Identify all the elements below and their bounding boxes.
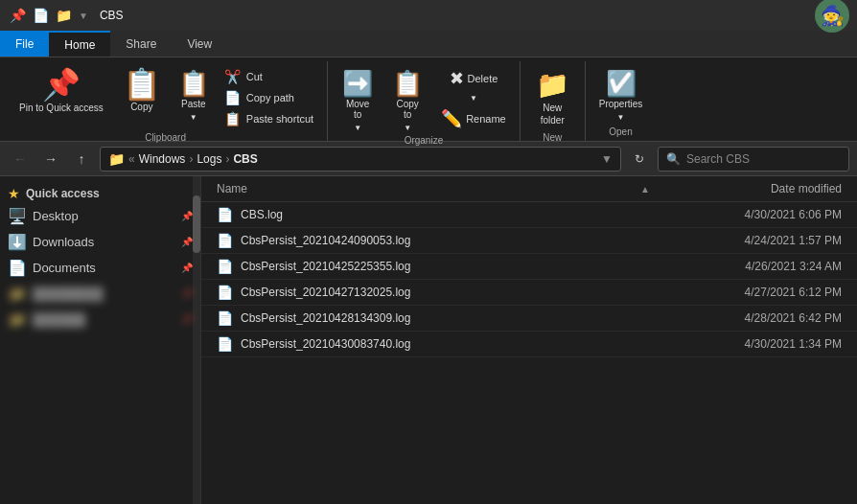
file-name: CbsPersist_20210430083740.log [241,337,650,351]
path-windows[interactable]: Windows [139,152,186,166]
copy-to-dropdown[interactable]: ▼ [385,123,429,133]
file-list: Name ▲ Date modified 📄 CBS.log 4/30/2021… [201,176,857,504]
paste-shortcut-icon: 📋 [224,111,241,126]
file-name: CbsPersist_20210427132025.log [241,286,650,299]
move-to-top[interactable]: ➡️ Move to [336,65,380,122]
search-icon: 🔍 [666,152,681,166]
sidebar-item-blurred2[interactable]: 📁 ██████ 📌 [0,307,200,332]
col-date-header[interactable]: Date modified [650,182,842,195]
organize-group: ➡️ Move to ▼ 📋 Copy to ▼ ✖ [328,61,521,141]
new-folder-icon: 📁 [536,69,569,101]
organize-buttons: ➡️ Move to ▼ 📋 Copy to ▼ ✖ [336,61,512,133]
title-bar: 📌 📄 📁 ▼ CBS 🧙 [0,0,857,31]
file-date: 4/27/2021 6:12 PM [650,286,842,299]
paste-shortcut-button[interactable]: 📋 Paste shortcut [219,109,319,128]
address-path[interactable]: 📁 « Windows › Logs › CBS ▼ [100,147,621,172]
documents-icon: 📄 [8,259,27,277]
table-row[interactable]: 📄 CbsPersist_20210428134309.log 4/28/202… [201,306,857,332]
properties-dropdown[interactable]: ▼ [593,112,649,123]
file-name: CbsPersist_20210425225355.log [241,260,650,273]
file-icon: 📄 [217,310,233,326]
file-name: CBS.log [241,208,650,221]
sidebar-item-blurred[interactable]: 📁 ████████ 📌 [0,281,200,307]
forward-button[interactable]: → [38,147,63,172]
user-avatar: 🧙 [815,0,849,33]
tab-share[interactable]: Share [110,31,172,57]
star-icon: ★ [8,186,20,201]
open-group: ☑️ Properties ▼ Open [586,61,657,141]
pin-icon-blurred2: 📌 [181,314,193,325]
paste-top[interactable]: 📋 Paste [173,65,215,111]
file-name: CbsPersist_20210428134309.log [241,311,650,325]
file-icon: 📄 [217,207,233,222]
sidebar-item-downloads[interactable]: ⬇️ Downloads 📌 [0,229,200,255]
table-row[interactable]: 📄 CBS.log 4/30/2021 6:06 PM [201,202,857,228]
copy-path-button[interactable]: 📄 Copy path [219,88,319,107]
move-to-button[interactable]: ➡️ Move to ▼ [336,65,380,133]
paste-button[interactable]: 📋 Paste ▼ [173,65,215,123]
ribbon: 📌 Pin to Quick access 📋 Copy 📋 Paste ▼ ✂… [0,57,857,142]
clipboard-label: Clipboard [145,130,186,147]
delete-top[interactable]: ✖ Delete [444,65,504,92]
path-folder-icon: 📁 [108,151,125,167]
copy-to-top[interactable]: 📋 Copy to [385,65,429,122]
file-date: 4/26/2021 3:24 AM [650,260,842,273]
col-name-header[interactable]: Name [217,182,637,195]
dropdown-arrow[interactable]: ▼ [79,11,88,21]
file-name: CbsPersist_20210424090053.log [241,234,650,247]
delete-icon: ✖ [450,68,464,89]
window-title: CBS [100,9,124,22]
rename-button[interactable]: ✏️ Rename [435,105,512,132]
tab-view[interactable]: View [172,31,227,57]
sidebar-item-documents[interactable]: 📄 Documents 📌 [0,255,200,281]
blurred-icon: 📁 [8,285,27,303]
new-buttons: 📁 New folder [528,61,577,130]
sidebar: ★ Quick access 🖥️ Desktop 📌 ⬇️ Downloads… [0,176,201,504]
rename-icon: ✏️ [441,108,462,129]
path-cbs[interactable]: CBS [233,152,257,166]
move-to-dropdown[interactable]: ▼ [336,123,380,133]
file-icon: 📄 [217,285,233,300]
blurred-icon2: 📁 [8,310,27,329]
back-button: ← [8,147,33,172]
refresh-button[interactable]: ↻ [627,147,652,172]
table-row[interactable]: 📄 CbsPersist_20210430083740.log 4/30/202… [201,332,857,357]
organize-label: Organize [405,133,444,149]
sort-icon: ▲ [640,184,650,195]
delete-dropdown[interactable]: ▼ [444,93,504,103]
delete-rename-group: ✖ Delete ▼ ✏️ Rename [435,65,512,132]
pin-icon: 📌 [42,69,81,100]
sidebar-item-desktop[interactable]: 🖥️ Desktop 📌 [0,203,200,229]
copy-icon: 📋 [123,69,161,100]
file-date: 4/30/2021 1:34 PM [650,337,842,351]
paste-dropdown[interactable]: ▼ [173,112,215,123]
properties-top[interactable]: ☑️ Properties [593,65,649,111]
pin-to-quick-access-button[interactable]: 📌 Pin to Quick access [12,65,111,130]
path-logs[interactable]: Logs [197,152,221,166]
tab-file[interactable]: File [0,31,49,57]
cut-copy-paste-group: ✂️ Cut 📄 Copy path 📋 Paste shortcut [219,65,319,128]
copy-to-icon: 📋 [392,69,423,99]
up-button[interactable]: ↑ [69,147,94,172]
downloads-icon: ⬇️ [8,233,27,251]
new-group: 📁 New folder New [521,61,586,141]
pin-icon-documents: 📌 [181,263,193,273]
pin-icon: 📌 [181,211,193,221]
copy-to-button[interactable]: 📋 Copy to ▼ [385,65,429,133]
new-folder-button[interactable]: 📁 New folder [528,65,577,130]
file-date: 4/30/2021 6:06 PM [650,208,842,221]
new-doc-icon: 📄 [31,6,50,25]
open-buttons: ☑️ Properties ▼ [593,61,649,125]
table-row[interactable]: 📄 CbsPersist_20210425225355.log 4/26/202… [201,254,857,280]
copy-button-large[interactable]: 📋 Copy [115,65,169,130]
table-row[interactable]: 📄 CbsPersist_20210424090053.log 4/24/202… [201,228,857,254]
address-dropdown[interactable]: ▼ [601,152,613,166]
search-box[interactable]: 🔍 Search CBS [658,147,849,172]
delete-button[interactable]: ✖ Delete ▼ [444,65,504,103]
cut-button[interactable]: ✂️ Cut [219,67,319,86]
table-row[interactable]: 📄 CbsPersist_20210427132025.log 4/27/202… [201,280,857,306]
pin-icon: 📌 [8,6,27,25]
main-area: ★ Quick access 🖥️ Desktop 📌 ⬇️ Downloads… [0,176,857,504]
tab-home[interactable]: Home [49,31,110,57]
properties-button[interactable]: ☑️ Properties ▼ [593,65,649,123]
